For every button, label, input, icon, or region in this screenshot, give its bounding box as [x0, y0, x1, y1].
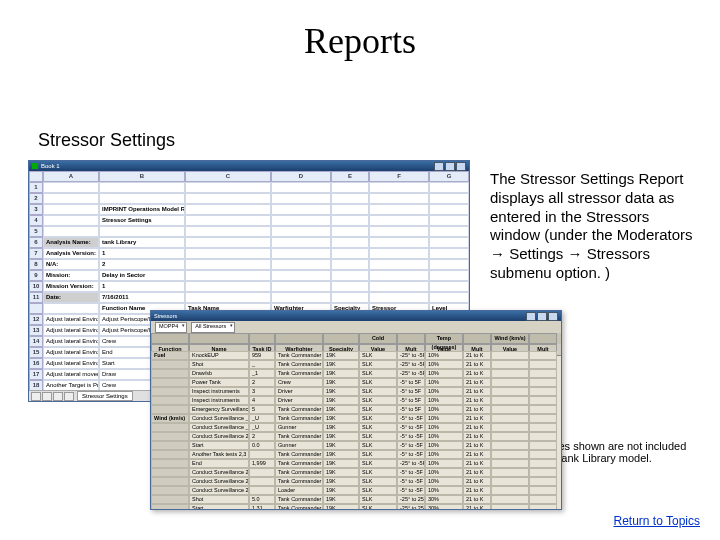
cell: 10% [425, 459, 463, 468]
table-row: Conduct Surveillance 22Tank Commander19K… [151, 432, 561, 441]
row-header: 7 [29, 248, 43, 259]
cell: -5° to -5F [397, 468, 425, 477]
cell: -5° to -5F [397, 450, 425, 459]
cell [331, 281, 369, 292]
page-title: Reports [0, 20, 720, 62]
cell: 30% [425, 495, 463, 504]
cell: 10% [425, 351, 463, 360]
cell: Gunner [275, 423, 323, 432]
row-group-label [151, 477, 189, 486]
row-group-label [151, 387, 189, 396]
cell [43, 182, 99, 193]
cell [271, 259, 331, 270]
cell: 19K [323, 414, 359, 423]
table-row: Start1,31Tank Commander19KSLK-25° to 25F… [151, 504, 561, 509]
stressors-window: Stressors MOPP4 All Stressors ColdTemp (… [150, 310, 562, 510]
cell: -5° to 5F [397, 405, 425, 414]
table-row: Draw/sb_1Tank Commander19KSLK-25° to -5F… [151, 369, 561, 378]
cell: Conduct Surveillance 2 [189, 432, 249, 441]
tab-nav-prev-icon[interactable] [42, 392, 52, 401]
cell [529, 414, 557, 423]
cell [369, 226, 429, 237]
cell [369, 204, 429, 215]
win1-titlebar: Book 1 [29, 161, 469, 171]
return-to-topics-link[interactable]: Return to Topics [614, 514, 701, 528]
cell: Stressor Settings [99, 215, 185, 226]
cell [529, 423, 557, 432]
cell [529, 396, 557, 405]
col-header: G [429, 171, 469, 182]
cell [271, 204, 331, 215]
cell: 10% [425, 360, 463, 369]
cell: Analysis Name: [43, 237, 99, 248]
cell: 21 to K [463, 414, 491, 423]
cell: 30% [425, 504, 463, 509]
cell: Loader [275, 486, 323, 495]
cell: SLK [359, 405, 397, 414]
cell: 10% [425, 405, 463, 414]
cell: Inspect instruments [189, 387, 249, 396]
cell: _ [249, 360, 275, 369]
cell: 21 to K [463, 441, 491, 450]
cell [185, 182, 271, 193]
col-header: C [185, 171, 271, 182]
row-group-label [151, 495, 189, 504]
cell: 10% [425, 441, 463, 450]
cell: 21 to K [463, 351, 491, 360]
table-row: Shot_Tank Commander19KSLK-25° to -5F10%2… [151, 360, 561, 369]
row-header: 5 [29, 226, 43, 237]
cell [491, 423, 529, 432]
cell: Shot [189, 495, 249, 504]
cell [43, 204, 99, 215]
cell: Gunner [275, 441, 323, 450]
cell: 21 to K [463, 360, 491, 369]
cell [429, 215, 469, 226]
cell: _U [249, 423, 275, 432]
table-row: Another Task tests 2,3Tank Commander19KS… [151, 450, 561, 459]
cell [429, 182, 469, 193]
row-group-label [151, 423, 189, 432]
combo-stressors[interactable]: All Stressors [191, 322, 235, 333]
tab-nav-next-icon[interactable] [53, 392, 63, 401]
tab-nav-last-icon[interactable] [64, 392, 74, 401]
row-header: 3 [29, 204, 43, 215]
cell: 21 to K [463, 369, 491, 378]
sheet-tab[interactable]: Stressor Settings [77, 391, 133, 401]
description-text: The Stressor Settings Report displays al… [490, 170, 700, 283]
maximize-icon[interactable] [537, 312, 547, 321]
cell: -5° to -5F [397, 414, 425, 423]
grid-header-group [463, 333, 491, 344]
cell [369, 237, 429, 248]
cell: 21 to K [463, 432, 491, 441]
maximize-icon[interactable] [445, 162, 455, 171]
grid-header-group [397, 333, 425, 344]
combo-mopp[interactable]: MOPP4 [155, 322, 187, 333]
cell: SLK [359, 441, 397, 450]
close-icon[interactable] [548, 312, 558, 321]
close-icon[interactable] [456, 162, 466, 171]
cell: -5° to -5F [397, 432, 425, 441]
cell: SLK [359, 351, 397, 360]
tab-nav-first-icon[interactable] [31, 392, 41, 401]
table-row: Inspect instruments3Driver19KSLK-5° to 5… [151, 387, 561, 396]
cell: 7/16/2011 [99, 292, 185, 303]
cell: SLK [359, 486, 397, 495]
cell [529, 468, 557, 477]
cell: SLK [359, 450, 397, 459]
cell: Inspect instruments [189, 396, 249, 405]
cell: 5 [249, 405, 275, 414]
cell: Crew [275, 378, 323, 387]
cell [185, 237, 271, 248]
cell [185, 215, 271, 226]
table-row: Start0.0Gunner19KSLK-5° to -5F10%21 to K [151, 441, 561, 450]
cell [369, 259, 429, 270]
cell: 19K [323, 504, 359, 509]
win1-title: Book 1 [41, 163, 60, 169]
grid-header-group [151, 333, 189, 344]
cell [491, 468, 529, 477]
cell: -5° to 5F [397, 378, 425, 387]
minimize-icon[interactable] [526, 312, 536, 321]
minimize-icon[interactable] [434, 162, 444, 171]
cell: 21 to K [463, 396, 491, 405]
row-group-label [151, 360, 189, 369]
